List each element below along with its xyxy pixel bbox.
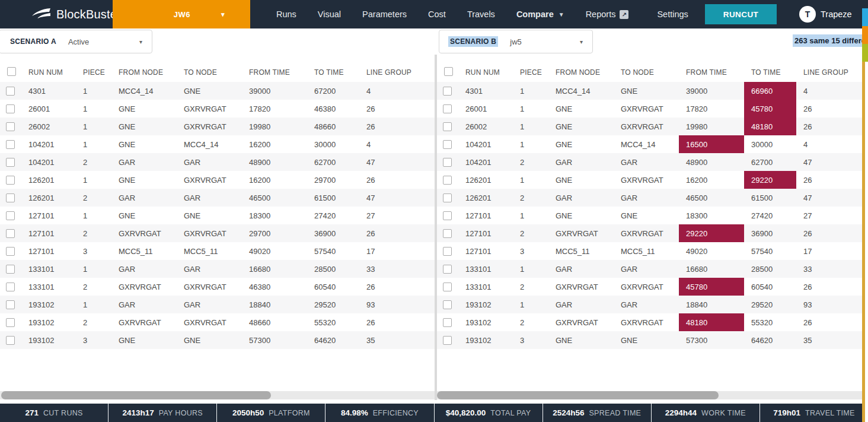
column-header[interactable]: TO NODE [614, 68, 679, 77]
chevron-down-icon[interactable]: ▾ [580, 39, 583, 45]
scenario-a-hscrollbar-thumb[interactable] [1, 391, 271, 399]
scenario-b-hscrollbar-track[interactable] [437, 391, 868, 399]
status-metric-label: TRAVEL TIME [805, 409, 855, 417]
row-checkbox[interactable] [6, 104, 15, 113]
external-link-icon: ↗ [620, 10, 628, 19]
scenario-dropdown-button[interactable]: JW6 ▾ [113, 0, 250, 28]
row-checkbox[interactable] [6, 176, 15, 185]
cell-to_time: 29700 [307, 171, 359, 189]
runcut-button[interactable]: RUNCUT [705, 4, 777, 24]
row-checkbox[interactable] [443, 300, 452, 309]
cell-piece: 2 [513, 189, 548, 207]
column-header[interactable]: FROM NODE [111, 68, 177, 77]
row-checkbox[interactable] [6, 300, 15, 309]
row-checkbox[interactable] [6, 140, 15, 149]
cell-from_time: 16200 [679, 171, 744, 189]
cell-from_node: GNE [548, 207, 614, 224]
cell-piece: 1 [513, 118, 548, 135]
row-checkbox[interactable] [443, 122, 452, 131]
column-header[interactable]: LINE GROUP [796, 68, 856, 77]
row-checkbox[interactable] [443, 104, 452, 113]
nav-item-cost[interactable]: Cost [417, 0, 457, 28]
cell-line_group: 47 [796, 189, 856, 207]
row-checkbox[interactable] [6, 211, 15, 220]
select-all-checkbox[interactable] [7, 67, 16, 76]
column-header[interactable]: RUN NUM [21, 68, 76, 77]
nav-item-runs[interactable]: Runs [266, 0, 307, 28]
row-checkbox[interactable] [443, 229, 452, 238]
status-metric: 2294h44WORK TIME [651, 404, 760, 422]
nav-item-reports[interactable]: Reports ↗ [575, 0, 640, 28]
row-checkbox[interactable] [6, 283, 15, 291]
scenario-b-selector[interactable]: SCENARIO B jw5 ▾ [439, 30, 593, 53]
column-header[interactable]: TO TIME [307, 68, 359, 77]
nav-item-visual[interactable]: Visual [307, 0, 352, 28]
scenario-a-selector[interactable]: SCENARIO A Active ▾ [0, 30, 152, 53]
status-metric-value: 719h01 [773, 408, 800, 417]
cell-block [419, 153, 435, 171]
row-checkbox[interactable] [443, 193, 452, 202]
nav-item-travels[interactable]: Travels [457, 0, 506, 28]
row-checkbox[interactable] [6, 193, 15, 202]
user-avatar[interactable]: T [799, 6, 816, 23]
row-checkbox[interactable] [6, 265, 15, 274]
table-row: 1042012GARGAR489006270047 [0, 153, 435, 171]
cell-line_group: 26 [796, 100, 856, 118]
chevron-down-icon[interactable]: ▾ [139, 39, 142, 45]
cell-piece: 1 [76, 135, 111, 153]
cell-block [419, 207, 435, 224]
nav-item-compare[interactable]: Compare ▼ [506, 0, 575, 28]
cell-run: 127101 [21, 224, 76, 242]
status-metric: 84.98%EFFICIENCY [325, 404, 433, 422]
select-all-checkbox[interactable] [444, 67, 453, 76]
row-checkbox[interactable] [443, 318, 452, 327]
column-header[interactable]: PIECE [76, 68, 111, 77]
right-edge-stripe [862, 0, 868, 422]
column-header[interactable]: TO TIME [744, 68, 796, 77]
cell-piece: 1 [513, 171, 548, 189]
row-checkbox[interactable] [6, 87, 15, 96]
row-checkbox[interactable] [443, 283, 452, 291]
cell-line_group: 35 [359, 331, 419, 349]
scenario-b-hscrollbar-thumb[interactable] [437, 391, 719, 399]
column-header[interactable]: LINE GROUP [359, 68, 419, 77]
cell-to_node: GNE [177, 207, 242, 224]
column-header[interactable]: FROM NODE [548, 68, 614, 77]
table-row: 1931021GARGAR188402952093 [0, 296, 435, 313]
row-checkbox[interactable] [6, 247, 15, 256]
row-checkbox[interactable] [443, 336, 452, 345]
scenario-a-hscrollbar-track[interactable] [0, 391, 435, 399]
row-checkbox[interactable] [6, 122, 15, 131]
row-checkbox[interactable] [443, 87, 452, 96]
cell-from_time: 29700 [242, 224, 307, 242]
row-checkbox[interactable] [443, 158, 452, 167]
user-name[interactable]: Trapeze [821, 0, 852, 28]
column-header[interactable]: PIECE [513, 68, 548, 77]
row-checkbox[interactable] [443, 211, 452, 220]
row-checkbox[interactable] [6, 229, 15, 238]
row-checkbox[interactable] [6, 336, 15, 345]
row-checkbox[interactable] [6, 158, 15, 167]
nav-item-settings[interactable]: Settings [646, 0, 698, 28]
column-header[interactable]: TO NODE [177, 68, 242, 77]
row-checkbox[interactable] [443, 140, 452, 149]
cell-run: 127101 [458, 224, 513, 242]
cell-from_time: 16680 [679, 260, 744, 278]
cell-line_group: 47 [359, 153, 419, 171]
column-header[interactable]: FROM TIME [679, 68, 744, 77]
table-row: 1262011GNEGXRVRGAT162002970026 [0, 171, 435, 189]
cell-to_time: 64620 [307, 331, 359, 349]
row-checkbox[interactable] [6, 318, 15, 327]
nav-item-parameters[interactable]: Parameters [352, 0, 417, 28]
cell-to_node: MCC4_14 [177, 135, 242, 153]
table-row: 43011MCC4_14GNE39000672004 [0, 82, 435, 100]
table-row: 1331011GARGAR166802850033 [0, 260, 435, 278]
cell-from_time: 18840 [242, 296, 307, 313]
column-header[interactable]: FROM TIME [242, 68, 307, 77]
column-header[interactable]: RUN NUM [458, 68, 513, 77]
row-checkbox[interactable] [443, 247, 452, 256]
row-checkbox[interactable] [443, 265, 452, 274]
cell-line_group: 26 [359, 171, 419, 189]
cell-from_node: MCC4_14 [548, 82, 614, 100]
row-checkbox[interactable] [443, 176, 452, 185]
